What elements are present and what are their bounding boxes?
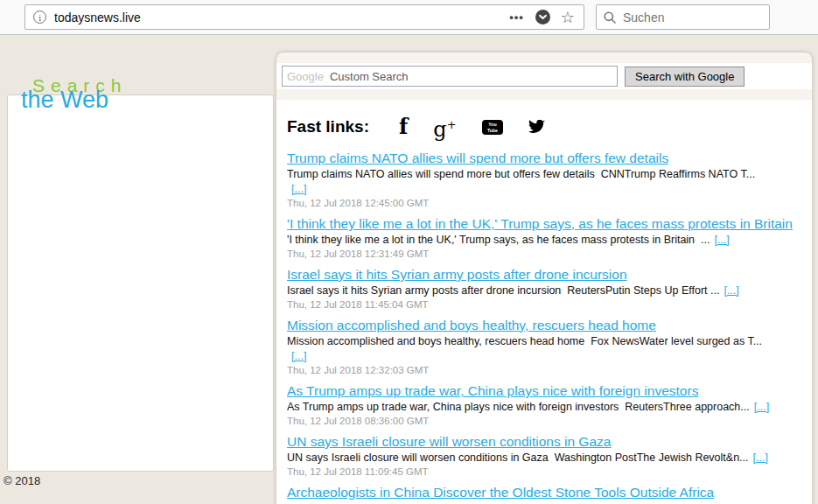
news-headline-link[interactable]: Israel says it hits Syrian army posts af… <box>287 267 627 282</box>
news-more-link[interactable]: [...] <box>753 451 768 465</box>
news-more-line: [...] <box>287 348 808 363</box>
news-item: Mission accomplished and boys healthy, r… <box>287 318 808 377</box>
youtube-icon: You Tube <box>482 120 503 135</box>
news-more-link[interactable]: [...] <box>714 233 729 247</box>
browser-toolbar: i todaysnews.live ••• ☆ Suchen <box>0 0 818 35</box>
main-panel: Google Search with Google Fast links: f … <box>276 52 812 504</box>
news-date: Thu, 12 Jul 2018 12:31:49 GMT <box>287 248 808 261</box>
news-more-link[interactable]: [...] <box>291 350 306 362</box>
news-summary-line: Mission accomplished and boys healthy, r… <box>287 334 808 348</box>
news-summary-line: UN says Israeli closure will worsen cond… <box>287 451 808 465</box>
news-item: As Trump amps up trade war, China plays … <box>287 383 808 428</box>
news-summary-line: Trump claims NATO allies will spend more… <box>287 167 808 181</box>
news-content: Fast links: f g+ You Tube <box>276 100 812 504</box>
news-more-link[interactable]: [...] <box>291 183 306 195</box>
news-item: Archaeologists in China Discover the Old… <box>287 485 808 504</box>
news-headline-link[interactable]: Mission accomplished and boys healthy, r… <box>287 318 656 332</box>
bookmark-star-icon[interactable]: ☆ <box>561 10 575 25</box>
custom-search-box[interactable]: Google <box>282 66 618 87</box>
news-more-link[interactable]: [...] <box>724 284 738 298</box>
news-summary: Trump claims NATO allies will spend more… <box>287 167 755 181</box>
news-headline-link[interactable]: Archaeologists in China Discover the Old… <box>287 485 714 500</box>
pocket-icon[interactable] <box>535 10 550 24</box>
google-plus-link[interactable]: g+ <box>433 116 456 139</box>
search-with-google-button[interactable]: Search with Google <box>625 66 745 87</box>
news-headline-link[interactable]: Trump claims NATO allies will spend more… <box>287 150 668 165</box>
news-summary: UN says Israeli closure will worsen cond… <box>287 451 749 465</box>
news-item: Israel says it hits Syrian army posts af… <box>287 267 808 312</box>
google-watermark: Google <box>287 70 324 83</box>
news-headline-link[interactable]: As Trump amps up trade war, China plays … <box>287 383 698 398</box>
custom-search-row: Google Search with Google <box>276 63 812 89</box>
social-links: f g+ You Tube <box>399 116 545 139</box>
news-summary: 'I think they like me a lot in the UK,' … <box>287 233 710 247</box>
url-text: todaysnews.live <box>54 10 509 24</box>
news-item: UN says Israeli closure will worsen cond… <box>287 434 808 479</box>
news-summary-line: 'I think they like me a lot in the UK,' … <box>287 233 808 247</box>
news-item: Trump claims NATO allies will spend more… <box>287 150 808 210</box>
url-bar[interactable]: i todaysnews.live ••• ☆ <box>24 4 584 30</box>
news-date: Thu, 12 Jul 2018 12:32:03 GMT <box>287 364 808 377</box>
browser-search-placeholder: Suchen <box>623 10 664 24</box>
news-summary: Mission accomplished and boys healthy, r… <box>287 334 762 348</box>
site-info-icon[interactable]: i <box>33 10 46 24</box>
news-date: Thu, 12 Jul 2018 12:45:00 GMT <box>287 197 808 210</box>
browser-search-field[interactable]: Suchen <box>596 4 770 30</box>
news-date: Thu, 12 Jul 2018 11:45:04 GMT <box>287 298 808 312</box>
news-summary-line: Israel says it hits Syrian army posts af… <box>287 284 808 298</box>
youtube-link[interactable]: You Tube <box>482 120 503 135</box>
news-date: Thu, 12 Jul 2018 08:36:00 GMT <box>287 415 808 428</box>
news-more-line: [...] <box>287 181 808 196</box>
twitter-link[interactable] <box>528 120 545 134</box>
news-summary-line: As Trump amps up trade war, China plays … <box>287 400 808 414</box>
copyright-text: © 2018 <box>3 474 40 487</box>
news-summary: As Trump amps up trade war, China plays … <box>287 400 750 414</box>
google-plus-icon: g+ <box>433 116 456 139</box>
news-item: 'I think they like me a lot in the UK,' … <box>287 216 808 261</box>
svg-text:You: You <box>488 122 496 127</box>
news-more-link[interactable]: [...] <box>754 400 769 414</box>
news-headline-link[interactable]: 'I think they like me a lot in the UK,' … <box>287 216 793 231</box>
news-summary: Israel says it hits Syrian army posts af… <box>287 284 719 298</box>
news-date: Thu, 12 Jul 2018 11:09:45 GMT <box>287 466 808 479</box>
page-actions-icon[interactable]: ••• <box>509 10 524 24</box>
facebook-icon: f <box>399 117 408 136</box>
fast-links-label: Fast links: <box>287 117 369 136</box>
facebook-link[interactable]: f <box>399 117 408 136</box>
search-icon <box>604 11 616 24</box>
news-headline-link[interactable]: UN says Israeli closure will worsen cond… <box>287 434 611 449</box>
twitter-icon <box>528 120 545 134</box>
custom-search-input[interactable] <box>330 67 617 85</box>
news-list: Trump claims NATO allies will spend more… <box>287 150 808 504</box>
left-empty-panel <box>7 94 274 472</box>
brand-the-web-text: the Web <box>21 87 108 114</box>
fast-links-bar: Fast links: f g+ You Tube <box>287 100 808 139</box>
svg-text:Tube: Tube <box>487 127 498 132</box>
